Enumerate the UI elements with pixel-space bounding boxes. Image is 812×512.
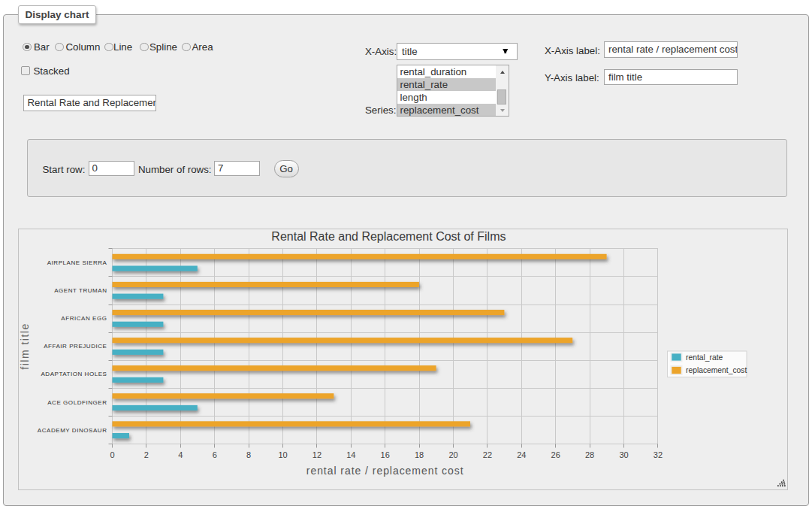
svg-text:AFRICAN EGG: AFRICAN EGG xyxy=(61,315,107,322)
svg-text:22: 22 xyxy=(483,450,492,459)
svg-text:8: 8 xyxy=(246,450,251,459)
svg-text:AIRPLANE SIERRA: AIRPLANE SIERRA xyxy=(47,259,107,266)
svg-text:24: 24 xyxy=(517,450,526,459)
svg-text:rental_rate: rental_rate xyxy=(686,353,723,362)
svg-text:32: 32 xyxy=(654,450,663,459)
svg-text:20: 20 xyxy=(448,450,457,459)
svg-text:ADAPTATION HOLES: ADAPTATION HOLES xyxy=(41,371,107,377)
svg-text:replacement_cost: replacement_cost xyxy=(686,366,747,374)
svg-text:26: 26 xyxy=(551,450,560,459)
svg-text:ACADEMY DINOSAUR: ACADEMY DINOSAUR xyxy=(38,427,107,434)
svg-text:AFFAIR PREJUDICE: AFFAIR PREJUDICE xyxy=(44,343,107,350)
svg-text:30: 30 xyxy=(619,450,628,459)
svg-text:ACE GOLDFINGER: ACE GOLDFINGER xyxy=(47,399,107,406)
svg-text:0: 0 xyxy=(110,450,114,459)
svg-text:12: 12 xyxy=(312,450,321,459)
svg-text:28: 28 xyxy=(585,450,594,459)
svg-text:2: 2 xyxy=(144,450,149,459)
svg-text:6: 6 xyxy=(213,450,217,459)
svg-text:10: 10 xyxy=(278,450,287,459)
svg-text:Rental Rate and Replacement Co: Rental Rate and Replacement Cost of Film… xyxy=(271,230,506,243)
svg-text:AGENT TRUMAN: AGENT TRUMAN xyxy=(54,287,107,294)
svg-text:18: 18 xyxy=(415,450,424,459)
svg-text:14: 14 xyxy=(346,450,355,459)
svg-text:rental rate / replacement cost: rental rate / replacement cost xyxy=(306,465,464,477)
svg-text:film title: film title xyxy=(19,323,31,369)
svg-text:4: 4 xyxy=(178,450,183,459)
svg-text:16: 16 xyxy=(381,450,390,459)
